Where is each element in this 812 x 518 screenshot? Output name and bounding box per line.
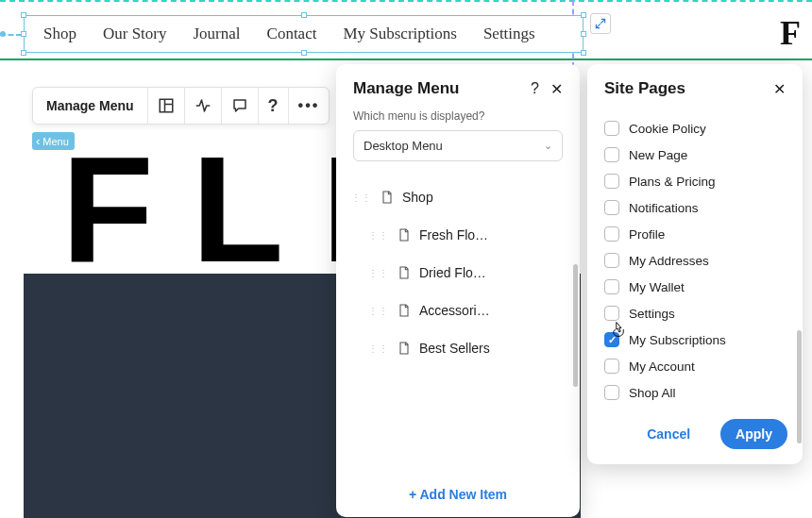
guide-left-dot <box>0 31 6 37</box>
site-pages-title: Site Pages <box>604 79 685 98</box>
site-page-label: My Wallet <box>629 280 685 294</box>
layout-presets-button[interactable] <box>148 88 185 124</box>
add-new-item-button[interactable]: + Add New Item <box>336 473 580 517</box>
manage-panel-scrollbar[interactable] <box>573 264 578 387</box>
manage-menu-panel: Manage Menu ? ✕ Which menu is displayed?… <box>336 64 580 517</box>
nav-item-contact[interactable]: Contact <box>267 25 317 43</box>
selection-handle[interactable] <box>301 12 307 18</box>
menu-item-fresh-flowers[interactable]: ⋮⋮ Fresh Flo… <box>346 216 574 254</box>
selection-handle[interactable] <box>21 31 26 37</box>
nav-item-shop[interactable]: Shop <box>43 25 76 43</box>
manage-menu-button[interactable]: Manage Menu <box>33 88 148 124</box>
more-icon: ••• <box>298 97 320 114</box>
comment-button[interactable] <box>222 88 259 124</box>
selection-handle[interactable] <box>21 12 26 18</box>
guide-under-nav <box>0 58 812 60</box>
chevron-down-icon: ⌄ <box>544 140 552 152</box>
element-tag-label: Menu <box>42 136 69 147</box>
site-page-notifications[interactable]: Notifications <box>604 194 789 221</box>
site-pages-panel: Site Pages ✕ Cookie Policy New Page Plan… <box>587 64 803 464</box>
site-page-new-page[interactable]: New Page <box>604 142 789 168</box>
panel-close-button[interactable]: ✕ <box>773 80 786 98</box>
svg-rect-0 <box>160 99 173 112</box>
help-icon: ? <box>268 96 279 116</box>
site-page-my-addresses[interactable]: My Addresses <box>604 247 789 274</box>
site-page-plans-pricing[interactable]: Plans & Pricing <box>604 168 789 194</box>
checkbox[interactable] <box>604 226 619 242</box>
site-logo: F <box>780 13 801 53</box>
checkbox[interactable] <box>604 253 619 268</box>
menu-item-label: Shop <box>402 190 433 205</box>
site-page-profile[interactable]: Profile <box>604 221 789 247</box>
drag-handle-icon[interactable]: ⋮⋮ <box>368 343 389 354</box>
site-nav-menu[interactable]: Shop Our Story Journal Contact My Subscr… <box>24 15 584 53</box>
selection-handle[interactable] <box>581 31 586 37</box>
checkbox[interactable] <box>604 385 619 400</box>
checkbox[interactable] <box>604 200 619 215</box>
site-page-label: Profile <box>629 227 665 242</box>
site-page-label: My Subscriptions <box>629 333 726 347</box>
expand-icon <box>594 17 607 30</box>
checkbox[interactable] <box>604 359 619 374</box>
site-page-my-wallet[interactable]: My Wallet <box>604 274 789 300</box>
site-page-my-account[interactable]: My Account <box>604 353 789 379</box>
page-icon <box>380 190 395 205</box>
menu-select-dropdown[interactable]: Desktop Menu ⌄ <box>353 130 563 161</box>
animation-button[interactable] <box>185 88 222 124</box>
comment-icon <box>231 97 248 114</box>
site-page-settings[interactable]: Settings <box>604 300 789 326</box>
site-page-label: My Account <box>629 359 695 374</box>
menu-item-dried-flowers[interactable]: ⋮⋮ Dried Flo… <box>346 254 574 292</box>
editor-canvas: + FLE Shop Our Story Journal Contact My … <box>0 0 812 518</box>
checkbox[interactable] <box>604 147 619 162</box>
drag-handle-icon[interactable]: ⋮⋮ <box>368 230 389 241</box>
manage-menu-title: Manage Menu <box>353 79 459 98</box>
nav-item-our-story[interactable]: Our Story <box>103 25 167 43</box>
menu-item-label: Dried Flo… <box>419 265 486 280</box>
element-tag-menu[interactable]: Menu <box>32 132 75 150</box>
expand-button[interactable] <box>590 13 611 34</box>
page-icon <box>397 227 412 242</box>
selection-handle[interactable] <box>581 12 586 18</box>
menu-item-label: Fresh Flo… <box>419 227 488 242</box>
drag-handle-icon[interactable]: ⋮⋮ <box>368 268 389 278</box>
drag-handle-icon[interactable]: ⋮⋮ <box>368 306 389 316</box>
drag-handle-icon[interactable]: ⋮⋮ <box>351 192 372 203</box>
site-page-label: Notifications <box>629 201 699 215</box>
site-page-my-subscriptions[interactable]: My Subscriptions <box>604 326 789 353</box>
site-page-cookie-policy[interactable]: Cookie Policy <box>604 115 789 142</box>
checkbox[interactable] <box>604 279 619 294</box>
nav-item-my-subscriptions[interactable]: My Subscriptions <box>343 25 456 43</box>
menu-item-shop[interactable]: ⋮⋮ Shop <box>346 178 574 216</box>
checkbox[interactable] <box>604 332 619 347</box>
nav-item-settings[interactable]: Settings <box>483 25 535 43</box>
site-panel-scrollbar[interactable] <box>797 330 802 443</box>
animation-icon <box>195 97 211 114</box>
site-pages-list: Cookie Policy New Page Plans & Pricing N… <box>587 109 803 406</box>
selection-handle[interactable] <box>21 50 26 56</box>
selection-handle[interactable] <box>301 50 307 56</box>
checkbox[interactable] <box>604 174 619 189</box>
apply-button[interactable]: Apply <box>720 419 787 449</box>
page-icon <box>397 265 412 280</box>
checkbox[interactable] <box>604 306 619 321</box>
cancel-button[interactable]: Cancel <box>632 419 705 449</box>
menu-item-best-sellers[interactable]: ⋮⋮ Best Sellers <box>346 329 574 367</box>
menu-items-tree: ⋮⋮ Shop ⋮⋮ Fresh Flo… ⋮⋮ Dried Flo… ⋮⋮ A… <box>336 175 580 473</box>
guide-top <box>0 0 812 2</box>
menu-item-accessories[interactable]: ⋮⋮ Accessori… <box>346 292 574 329</box>
more-button[interactable]: ••• <box>289 88 330 124</box>
checkbox[interactable] <box>604 121 619 136</box>
nav-item-journal[interactable]: Journal <box>194 25 241 43</box>
site-page-label: New Page <box>629 148 687 162</box>
site-page-label: Plans & Pricing <box>629 175 716 189</box>
page-icon <box>397 303 412 318</box>
panel-close-button[interactable]: ✕ <box>550 80 563 98</box>
site-page-shop-all[interactable]: Shop All <box>604 379 789 406</box>
help-button[interactable]: ? <box>259 88 289 124</box>
site-page-label: Shop All <box>629 386 676 400</box>
context-toolbar: Manage Menu ? ••• <box>32 87 330 125</box>
panel-help-button[interactable]: ? <box>531 80 539 97</box>
which-menu-label: Which menu is displayed? <box>336 109 580 130</box>
selection-handle[interactable] <box>581 50 586 56</box>
